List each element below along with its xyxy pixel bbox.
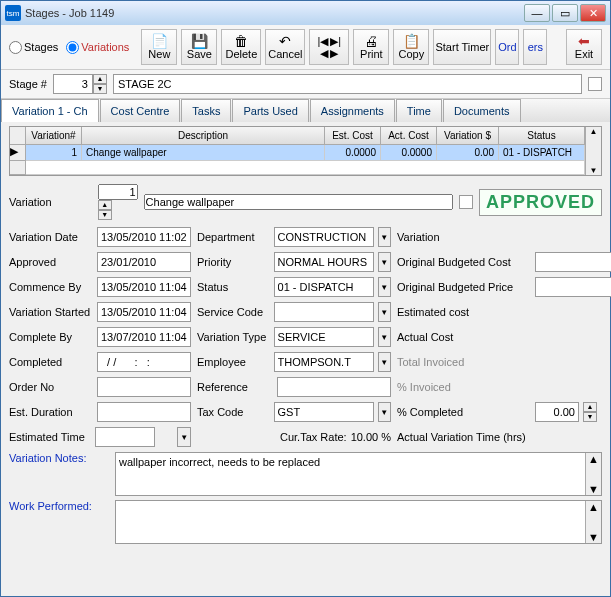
pct-completed-input[interactable] — [535, 402, 579, 422]
tab-cost-centre[interactable]: Cost Centre — [100, 99, 181, 122]
est-duration-input[interactable] — [97, 402, 191, 422]
variation-grid: Variation# Description Est. Cost Act. Co… — [9, 126, 602, 176]
service-code-dd[interactable]: ▼ — [378, 302, 391, 322]
employee-dd[interactable]: ▼ — [378, 352, 391, 372]
approved-date-input[interactable] — [97, 252, 191, 272]
actual-cost-value: 0.0000 — [535, 331, 611, 343]
notes-scroll-down[interactable]: ▼ — [586, 483, 601, 495]
work-performed-textarea[interactable] — [116, 501, 585, 543]
variation-num-input[interactable] — [98, 184, 138, 200]
col-variation-amt[interactable]: Variation $ — [437, 127, 499, 145]
priority-input[interactable] — [274, 252, 374, 272]
close-button[interactable]: ✕ — [580, 4, 606, 22]
reference-input[interactable] — [277, 377, 391, 397]
approved-check[interactable] — [459, 195, 473, 209]
department-dd[interactable]: ▼ — [378, 227, 391, 247]
estimated-cost-value: 0.0000 — [535, 306, 611, 318]
variation-value: 0.00 — [535, 231, 611, 243]
orig-budget-cost-input[interactable] — [535, 252, 611, 272]
stage-check[interactable] — [588, 77, 602, 91]
save-button[interactable]: 💾Save — [181, 29, 217, 65]
complete-by-input[interactable] — [97, 327, 191, 347]
tax-code-dd[interactable]: ▼ — [378, 402, 391, 422]
window: tsm Stages - Job 1149 — ▭ ✕ Stages Varia… — [0, 0, 611, 597]
approved-stamp: APPROVED — [479, 189, 602, 216]
work-performed-label: Work Performed: — [9, 500, 109, 544]
table-row[interactable]: ▶ 1 Change wallpaper 0.0000 0.0000 0.00 … — [10, 145, 585, 161]
var-num-up[interactable]: ▲ — [98, 200, 112, 210]
var-num-down[interactable]: ▼ — [98, 210, 112, 220]
total-invoiced-value: 0.00 — [535, 356, 611, 368]
department-input[interactable] — [274, 227, 374, 247]
tabbar: Variation 1 - Ch Cost Centre Tasks Parts… — [1, 98, 610, 122]
titlebar: tsm Stages - Job 1149 — ▭ ✕ — [1, 1, 610, 25]
priority-dd[interactable]: ▼ — [378, 252, 391, 272]
orig-budget-price-input[interactable] — [535, 277, 611, 297]
form: Variation ▲▼ APPROVED Variation Date App… — [1, 180, 610, 548]
stage-num-down[interactable]: ▼ — [93, 84, 107, 94]
est-time-dd[interactable]: ▼ — [177, 427, 191, 447]
delete-button[interactable]: 🗑Delete — [221, 29, 261, 65]
nav-button[interactable]: |◀▶|◀▶ — [309, 29, 349, 65]
minimize-button[interactable]: — — [524, 4, 550, 22]
pct-up[interactable]: ▲ — [583, 402, 597, 412]
tax-code-input[interactable] — [274, 402, 374, 422]
work-scroll-down[interactable]: ▼ — [586, 531, 601, 543]
tab-time[interactable]: Time — [396, 99, 442, 122]
tab-documents[interactable]: Documents — [443, 99, 521, 122]
app-icon: tsm — [5, 5, 21, 21]
pct-down[interactable]: ▼ — [583, 412, 597, 422]
copy-button[interactable]: 📋Copy — [393, 29, 429, 65]
col-status[interactable]: Status — [499, 127, 585, 145]
cur-tax-value: 10.00 % — [351, 431, 391, 443]
tab-assignments[interactable]: Assignments — [310, 99, 395, 122]
stage-name-input[interactable] — [113, 74, 582, 94]
window-title: Stages - Job 1149 — [25, 7, 524, 19]
print-button[interactable]: 🖨Print — [353, 29, 389, 65]
table-row[interactable] — [10, 161, 585, 175]
variation-started-input[interactable] — [97, 302, 191, 322]
variation-date-input[interactable] — [97, 227, 191, 247]
grid-scroll-up[interactable]: ▲ — [585, 127, 601, 145]
estimated-time-input[interactable] — [95, 427, 155, 447]
work-scroll-up[interactable]: ▲ — [586, 501, 601, 513]
completed-input[interactable] — [97, 352, 191, 372]
radio-stages[interactable]: Stages — [9, 41, 58, 54]
variation-notes-label: Variation Notes: — [9, 452, 109, 496]
grid-scrollbar[interactable]: ▼ — [585, 145, 601, 175]
toolbar: Stages Variations 📄New 💾Save 🗑Delete ↶Ca… — [1, 25, 610, 70]
maximize-button[interactable]: ▭ — [552, 4, 578, 22]
notes-scroll-up[interactable]: ▲ — [586, 453, 601, 465]
col-variation-num[interactable]: Variation# — [26, 127, 82, 145]
stage-row: Stage # ▲▼ — [1, 70, 610, 98]
exit-button[interactable]: ⬅Exit — [566, 29, 602, 65]
status-dd[interactable]: ▼ — [378, 277, 391, 297]
stage-num-input[interactable] — [53, 74, 93, 94]
start-timer-button[interactable]: Start Timer — [433, 29, 491, 65]
new-button[interactable]: 📄New — [141, 29, 177, 65]
stage-num-up[interactable]: ▲ — [93, 74, 107, 84]
variation-label: Variation — [9, 196, 52, 208]
cancel-button[interactable]: ↶Cancel — [265, 29, 305, 65]
variation-type-input[interactable] — [274, 327, 374, 347]
variation-notes-textarea[interactable] — [116, 453, 585, 495]
tab-variation[interactable]: Variation 1 - Ch — [1, 99, 99, 122]
actual-var-time-value: 0.00 — [551, 431, 611, 443]
commence-by-input[interactable] — [97, 277, 191, 297]
variation-desc-input[interactable] — [144, 194, 453, 210]
tab-tasks[interactable]: Tasks — [181, 99, 231, 122]
col-act-cost[interactable]: Act. Cost — [381, 127, 437, 145]
ord-button[interactable]: Ord — [495, 29, 519, 65]
variation-type-dd[interactable]: ▼ — [378, 327, 391, 347]
ers-button[interactable]: ers — [523, 29, 547, 65]
status-input[interactable] — [274, 277, 374, 297]
order-no-input[interactable] — [97, 377, 191, 397]
service-code-input[interactable] — [274, 302, 374, 322]
stage-num-label: Stage # — [9, 78, 47, 90]
col-description[interactable]: Description — [82, 127, 325, 145]
radio-variations[interactable]: Variations — [66, 41, 129, 54]
employee-input[interactable] — [274, 352, 374, 372]
pct-invoiced-value: % 0.00 — [535, 381, 611, 393]
tab-parts-used[interactable]: Parts Used — [232, 99, 308, 122]
col-est-cost[interactable]: Est. Cost — [325, 127, 381, 145]
